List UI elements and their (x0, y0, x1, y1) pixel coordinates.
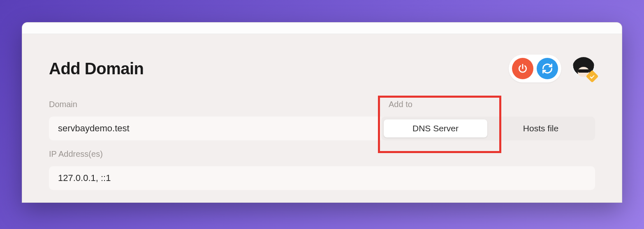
header-row: Add Domain (49, 55, 595, 82)
app-window: Add Domain (22, 22, 622, 203)
addto-label: Add to (381, 100, 595, 109)
ip-input[interactable] (49, 166, 595, 190)
action-pill-group (509, 55, 561, 82)
segment-hosts-file[interactable]: Hosts file (489, 119, 593, 137)
addto-group: Add to DNS Server Hosts file (381, 100, 595, 140)
domain-addto-row: Domain Add to DNS Server Hosts file (49, 100, 595, 140)
power-icon (517, 63, 528, 74)
addto-segmented-control: DNS Server Hosts file (381, 117, 595, 140)
ip-row: IP Address(es) (49, 149, 595, 190)
power-button[interactable] (512, 58, 533, 79)
domain-input[interactable] (49, 117, 381, 140)
segment-dns-server[interactable]: DNS Server (384, 119, 487, 137)
domain-group: Domain (49, 100, 381, 140)
refresh-icon (542, 63, 553, 74)
content-area: Add Domain (22, 34, 622, 203)
user-avatar[interactable] (572, 57, 595, 80)
page-title: Add Domain (49, 60, 144, 78)
refresh-button[interactable] (537, 58, 558, 79)
window-titlebar[interactable] (22, 23, 622, 34)
ip-label: IP Address(es) (49, 149, 595, 159)
domain-label: Domain (49, 100, 381, 109)
header-controls (509, 55, 595, 82)
ip-group: IP Address(es) (49, 149, 595, 190)
